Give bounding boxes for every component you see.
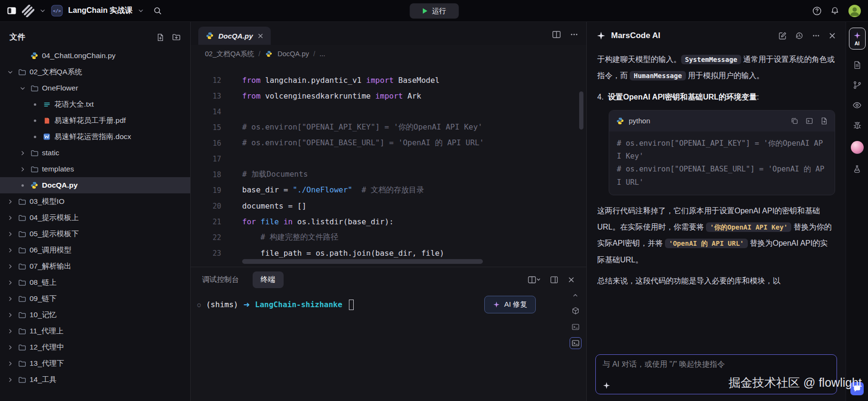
file-indent — [31, 120, 39, 122]
chevron-icon — [6, 344, 14, 351]
run-button[interactable]: 运行 — [409, 3, 459, 19]
split-editor-icon[interactable] — [552, 30, 561, 39]
tree-item-file[interactable]: 易速鲜花员工手册.pdf — [0, 112, 190, 129]
more-actions-icon[interactable] — [570, 30, 579, 39]
code-line[interactable]: 13from volcenginesdkarkruntime import Ar… — [191, 88, 586, 104]
sidebar-toggle-icon[interactable] — [7, 6, 17, 16]
terminal-active-icon[interactable] — [570, 337, 582, 349]
chevron-icon — [6, 280, 14, 286]
tree-item-folder[interactable]: 05_提示模板下 — [0, 226, 190, 242]
lab-flask-icon[interactable] — [853, 165, 861, 173]
code-line[interactable]: 21for file in os.listdir(base_dir): — [191, 214, 586, 230]
docs-icon[interactable] — [853, 60, 862, 70]
line-number: 22 — [191, 233, 221, 242]
line-number: 12 — [191, 76, 221, 85]
search-icon[interactable] — [153, 6, 162, 15]
code-line[interactable]: 16# os.environ["OPENAI_BASE_URL"] = 'Ope… — [191, 135, 586, 151]
folder-icon — [18, 246, 26, 254]
file-indent — [31, 103, 39, 106]
terminal-venv: (shims) — [206, 300, 238, 309]
close-panel-icon[interactable] — [568, 276, 575, 283]
tree-item-folder[interactable]: 02_文档QA系统 — [0, 64, 190, 80]
chevron-down-icon[interactable] — [138, 8, 144, 14]
docx-icon — [42, 133, 51, 140]
tree-item-file[interactable]: 易速鲜花运营指南.docx — [0, 129, 190, 145]
code-line[interactable]: 20documents = [] — [191, 198, 586, 214]
more-options-icon[interactable] — [812, 31, 820, 40]
chevron-icon — [18, 166, 27, 172]
new-file-icon[interactable] — [156, 33, 164, 41]
file-indent — [31, 136, 39, 138]
terminal[interactable]: ○ (shims) ➜ LangChain-shizhanke AI 修复 — [191, 292, 564, 401]
history-icon[interactable] — [795, 31, 804, 40]
folder-icon — [18, 360, 26, 368]
tree-item-folder[interactable]: 06_调用模型 — [0, 242, 190, 258]
vertical-scrollbar[interactable] — [579, 91, 583, 130]
tab-terminal[interactable]: 终端 — [253, 271, 284, 288]
help-icon[interactable] — [812, 6, 822, 16]
watermark: 掘金技术社区 @ flowlight — [728, 375, 862, 391]
tree-item-folder[interactable]: 09_链下 — [0, 291, 190, 307]
community-avatar[interactable] — [851, 141, 864, 154]
code-line[interactable]: 19base_dir = "./OneFlower" # 文档的存放目录 — [191, 182, 586, 198]
close-tab-icon[interactable] — [257, 33, 264, 39]
code-editor[interactable]: 12from langchain.pydantic_v1 import Base… — [191, 63, 586, 267]
app-logo-icon[interactable] — [22, 5, 34, 17]
user-avatar[interactable] — [848, 4, 861, 18]
tab-debug-console[interactable]: 调试控制台 — [202, 275, 239, 285]
ai-chat-input[interactable] — [602, 360, 830, 369]
debug-bug-icon[interactable] — [853, 121, 862, 130]
breadcrumb-more[interactable]: ... — [319, 50, 325, 58]
new-chat-icon[interactable] — [778, 31, 787, 40]
tree-item-folder[interactable]: 07_解析输出 — [0, 258, 190, 274]
folder-icon — [18, 262, 26, 271]
code-line[interactable]: 14 — [191, 104, 586, 120]
folder-icon — [18, 279, 26, 287]
terminal-icon[interactable] — [570, 321, 582, 333]
notifications-icon[interactable] — [830, 6, 839, 15]
preview-eye-icon[interactable] — [852, 100, 862, 110]
tree-item-folder[interactable]: 14_工具 — [0, 371, 190, 388]
tree-item-file[interactable]: 花语大全.txt — [0, 96, 190, 112]
breadcrumb-file[interactable]: DocQA.py — [277, 50, 309, 58]
new-folder-icon[interactable] — [172, 33, 181, 41]
tree-item-file[interactable]: DocQA.py — [0, 177, 190, 193]
ai-fix-button[interactable]: AI 修复 — [484, 296, 536, 313]
code-line[interactable]: 12from langchain.pydantic_v1 import Base… — [191, 72, 586, 88]
tree-item-folder[interactable]: templates — [0, 161, 190, 177]
tree-item-folder[interactable]: 03_模型IO — [0, 193, 190, 210]
chevron-down-icon[interactable] — [40, 8, 46, 14]
ai-assistant-button[interactable]: AI — [849, 28, 866, 50]
tree-item-folder[interactable]: OneFlower — [0, 80, 190, 96]
copy-icon[interactable] — [791, 117, 798, 125]
project-name[interactable]: LangChain 实战课 — [68, 6, 133, 16]
close-panel-icon[interactable] — [828, 32, 836, 40]
tree-item-folder[interactable]: 10_记忆 — [0, 307, 190, 323]
scroll-up-icon[interactable] — [572, 292, 579, 299]
editor-tab[interactable]: DocQA.py — [198, 27, 271, 45]
play-icon — [422, 8, 428, 14]
tree-item-label: OneFlower — [42, 84, 78, 92]
tree-item-folder[interactable]: 11_代理上 — [0, 323, 190, 339]
code-line[interactable]: 15# os.environ["OPENAI_API_KEY"] = '你的Op… — [191, 120, 586, 135]
code-line[interactable]: 22 # 构建完整的文件路径 — [191, 230, 586, 245]
horizontal-scrollbar[interactable] — [242, 259, 483, 264]
tree-item-folder[interactable]: 08_链上 — [0, 274, 190, 291]
tree-item-folder[interactable]: 04_提示模板上 — [0, 210, 190, 226]
source-control-icon[interactable] — [853, 80, 862, 90]
split-terminal-icon[interactable] — [528, 276, 541, 284]
tree-item-folder[interactable]: static — [0, 145, 190, 161]
chevron-icon — [6, 328, 14, 334]
insert-file-icon[interactable] — [820, 117, 828, 125]
code-line[interactable]: 17 — [191, 151, 586, 167]
modified-dot — [34, 103, 36, 106]
panel-layout-icon[interactable] — [550, 276, 558, 284]
tree-item-folder[interactable]: 12_代理中 — [0, 339, 190, 355]
code-line[interactable]: 18# 加载Documents — [191, 167, 586, 182]
insert-terminal-icon[interactable] — [806, 117, 813, 125]
cube-icon[interactable] — [570, 305, 582, 317]
breadcrumb-folder[interactable]: 02_文档QA系统 — [205, 50, 254, 59]
tree-item-label: 02_文档QA系统 — [30, 67, 82, 77]
tree-item-file[interactable]: 04_ChatLongChain.py — [0, 48, 190, 64]
tree-item-folder[interactable]: 13_代理下 — [0, 355, 190, 371]
